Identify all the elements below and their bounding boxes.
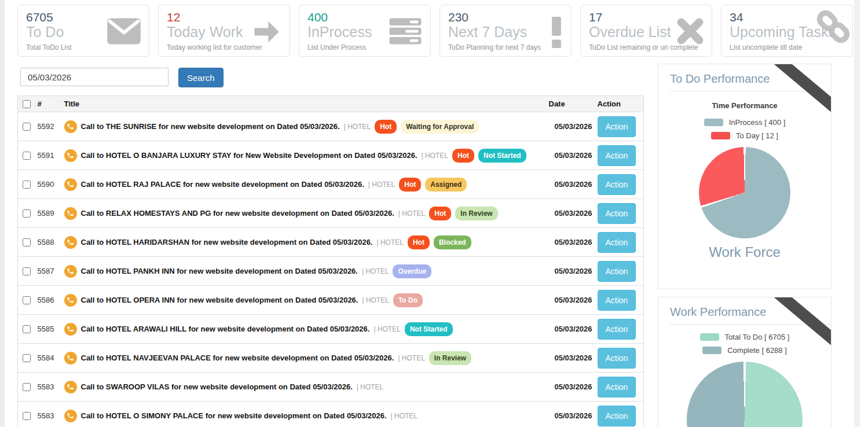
row-id: 5589 <box>34 199 61 228</box>
stat-subtitle: Total ToDo List <box>26 43 141 51</box>
row-checkbox[interactable] <box>23 383 31 391</box>
phone-icon <box>64 410 77 422</box>
action-button[interactable]: Action <box>598 174 636 195</box>
table-row: 5585Call to HOTEL ARAWALI HILL for new w… <box>18 315 644 344</box>
phone-icon <box>64 178 77 191</box>
status-badge: Hot <box>408 235 430 249</box>
row-title: Call to HOTEL OPERA INN for new website … <box>81 296 358 304</box>
stat-card-upcoming[interactable]: 34 Upcoming Tasks List uncomplete till d… <box>721 5 853 57</box>
phone-icon <box>64 323 77 336</box>
status-badge: Waiting for Approval <box>401 120 479 134</box>
row-date: 05/03/2026 <box>545 373 594 402</box>
stat-label: Next 7 Days <box>448 24 563 40</box>
panel-divider <box>670 324 831 325</box>
stat-label: To Do <box>26 24 141 40</box>
row-checkbox[interactable] <box>23 267 31 275</box>
date-input[interactable] <box>20 68 169 86</box>
row-category: | HOTEL <box>376 238 403 246</box>
legend-swatch <box>702 347 721 354</box>
action-button[interactable]: Action <box>598 116 636 137</box>
select-all-checkbox[interactable] <box>23 100 31 108</box>
column-header-title: Title <box>61 96 545 112</box>
row-category: | HOTEL <box>368 181 395 189</box>
table-row: 5592Call to THE SUNRISE for new website … <box>18 112 644 141</box>
todo-table: # Title Date Action 5592Call to THE SUNR… <box>17 95 644 427</box>
row-title: Call to HOTEL HARIDARSHAN for new websit… <box>81 238 373 246</box>
left-edge-strip <box>0 0 5 427</box>
row-id: 5586 <box>34 286 61 315</box>
stat-card-inprocess[interactable]: 400 InProcess List Under Process <box>299 5 431 57</box>
stat-card-today-work[interactable]: 12 Today Work Today working list for cus… <box>158 5 290 57</box>
todo-table-body: 5592Call to THE SUNRISE for new website … <box>18 112 644 427</box>
stat-card-overdue[interactable]: 17 Overdue List ToDo List remaining or u… <box>580 5 712 57</box>
row-id: 5584 <box>34 344 61 373</box>
row-category: | HOTEL <box>398 354 424 362</box>
panel-title: To Do Performance <box>670 72 819 86</box>
row-date: 05/03/2026 <box>545 112 594 141</box>
row-category: | HOTEL <box>362 296 389 304</box>
action-button[interactable]: Action <box>598 406 636 426</box>
action-button[interactable]: Action <box>598 145 636 166</box>
chart-footer-label: Work Force <box>658 244 831 260</box>
row-checkbox[interactable] <box>23 181 31 189</box>
panel-divider <box>670 91 831 91</box>
action-button[interactable]: Action <box>598 232 636 253</box>
status-badge: Not Started <box>478 149 526 163</box>
row-checkbox[interactable] <box>23 325 31 333</box>
row-title: Call to HOTEL PANKH INN for new website … <box>81 267 358 275</box>
legend-item: To Day [ 12 ] <box>711 131 778 140</box>
row-checkbox[interactable] <box>23 412 31 420</box>
status-badge: In Review <box>429 351 471 365</box>
legend-swatch <box>711 132 730 139</box>
stat-cards-row: 6705 To Do Total ToDo List 12 Today Work… <box>17 5 853 57</box>
row-checkbox[interactable] <box>23 152 31 160</box>
table-row: 5586Call to HOTEL OPERA INN for new webs… <box>18 286 644 315</box>
status-badge: Hot <box>375 120 397 134</box>
row-date: 05/03/2026 <box>545 315 594 344</box>
row-id: 5583 <box>34 402 61 427</box>
row-category: | HOTEL <box>391 412 417 420</box>
row-checkbox[interactable] <box>23 296 31 304</box>
stat-subtitle: Today working list for customer <box>167 43 281 51</box>
row-category: | HOTEL <box>357 383 383 391</box>
chart-legend: Total To Do [ 6705 ]Complete [ 6288 ] <box>658 333 831 355</box>
row-checkbox[interactable] <box>23 209 31 218</box>
row-checkbox[interactable] <box>23 238 31 246</box>
table-row: 5583Call to SWAROOP VILAS for new websit… <box>18 373 644 402</box>
table-row: 5588Call to HOTEL HARIDARSHAN for new we… <box>18 228 644 257</box>
row-checkbox[interactable] <box>23 123 31 131</box>
row-category: | HOTEL <box>344 123 371 131</box>
panel-title: Work Performance <box>670 305 819 319</box>
stat-label: Overdue List <box>589 24 704 40</box>
stat-value: 230 <box>448 10 563 24</box>
column-header-date: Date <box>545 96 594 112</box>
legend-label: InProcess [ 400 ] <box>729 118 786 127</box>
row-category: | HOTEL <box>398 209 425 218</box>
action-button[interactable]: Action <box>598 377 636 397</box>
table-row: 5584Call to HOTEL NAVJEEVAN PALACE for n… <box>18 344 644 373</box>
status-badge: Hot <box>399 178 421 192</box>
action-button[interactable]: Action <box>598 261 636 282</box>
row-date: 05/03/2026 <box>545 344 594 373</box>
right-scrollbar-strip[interactable] <box>854 0 860 427</box>
row-title: Call to HOTEL ARAWALI HILL for new websi… <box>81 325 370 333</box>
stat-subtitle: List uncomplete till date <box>730 43 844 51</box>
row-title: Call to SWAROOP VILAS for new website de… <box>81 382 353 391</box>
row-id: 5588 <box>34 228 61 257</box>
legend-item: Complete [ 6288 ] <box>702 346 787 355</box>
action-button[interactable]: Action <box>598 348 636 369</box>
row-checkbox[interactable] <box>23 354 31 362</box>
column-header-action: Action <box>594 96 644 112</box>
legend-swatch <box>700 333 719 341</box>
row-date: 05/03/2026 <box>545 286 594 315</box>
legend-item: InProcess [ 400 ] <box>704 118 786 127</box>
legend-label: To Day [ 12 ] <box>736 131 778 140</box>
action-button[interactable]: Action <box>598 203 636 224</box>
stat-card-next-7-days[interactable]: 230 Next 7 Days ToDo Planning for next 7… <box>440 5 572 57</box>
action-button[interactable]: Action <box>598 319 636 340</box>
stat-card-todo[interactable]: 6705 To Do Total ToDo List <box>17 5 149 57</box>
column-header-number: # <box>34 96 61 112</box>
search-button[interactable]: Search <box>178 68 224 87</box>
status-badge: Hot <box>452 149 474 163</box>
action-button[interactable]: Action <box>598 290 636 311</box>
